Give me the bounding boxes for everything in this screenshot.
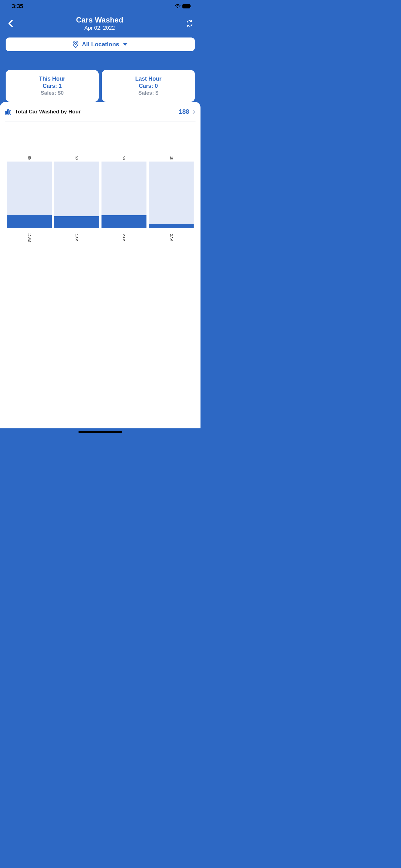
page-title: Cars Washed	[15, 16, 184, 24]
status-bar: 3:35	[0, 0, 201, 12]
chart-bar[interactable]: 59	[7, 156, 52, 228]
bar-track	[149, 161, 194, 228]
chart-panel: Total Car Washed by Hour 188 59535818 12…	[0, 102, 201, 428]
this-hour-card[interactable]: This Hour Cars: 1 Sales: $0	[6, 70, 99, 102]
svg-rect-4	[7, 110, 9, 114]
chart-bar[interactable]: 58	[101, 156, 146, 228]
bar-value-label: 18	[170, 156, 173, 160]
card-title: This Hour	[8, 75, 96, 82]
bar-track	[101, 161, 146, 228]
card-sales: Sales: $0	[8, 90, 96, 96]
bar-track	[54, 161, 99, 228]
page-date: Apr 02, 2022	[15, 25, 184, 31]
location-selector[interactable]: All Locations	[6, 37, 195, 51]
battery-icon	[182, 4, 191, 8]
svg-rect-0	[183, 4, 190, 8]
chart-total: 188	[179, 108, 189, 115]
chart-title: Total Car Washed by Hour	[15, 109, 176, 115]
chart-x-labels: 12 AM1 AM2 AM3 AM	[5, 228, 196, 243]
card-title: Last Hour	[104, 75, 192, 82]
bar-fill	[149, 224, 194, 228]
chevron-right-icon	[192, 110, 196, 114]
back-button[interactable]	[6, 19, 15, 28]
home-indicator[interactable]	[78, 431, 122, 433]
x-axis-label: 1 AM	[54, 232, 99, 243]
bar-value-label: 58	[122, 156, 126, 160]
bar-value-label: 53	[75, 156, 78, 160]
chevron-down-icon	[123, 42, 128, 46]
stat-cards-row: This Hour Cars: 1 Sales: $0 Last Hour Ca…	[0, 51, 201, 102]
refresh-button[interactable]	[184, 18, 195, 29]
svg-rect-5	[10, 110, 11, 114]
app-header: Cars Washed Apr 02, 2022	[0, 12, 201, 35]
svg-point-2	[75, 42, 76, 44]
chart-bar[interactable]: 53	[54, 156, 99, 228]
bar-fill	[101, 215, 146, 228]
x-axis-label: 2 AM	[101, 232, 146, 243]
status-right	[175, 4, 191, 8]
bar-track	[7, 161, 52, 228]
location-pin-icon	[72, 41, 79, 48]
status-time: 3:35	[12, 3, 23, 10]
bar-fill	[54, 216, 99, 228]
svg-rect-1	[191, 5, 191, 7]
bar-value-label: 59	[28, 156, 31, 160]
chart-area: 59535818	[5, 156, 196, 228]
card-cars: Cars: 0	[104, 83, 192, 89]
location-label: All Locations	[82, 41, 119, 48]
chart-header[interactable]: Total Car Washed by Hour 188	[5, 108, 196, 122]
x-axis-label: 12 AM	[7, 232, 52, 243]
x-axis-label: 3 AM	[149, 232, 194, 243]
chart-bar[interactable]: 18	[149, 156, 194, 228]
bar-fill	[7, 215, 52, 228]
last-hour-card[interactable]: Last Hour Cars: 0 Sales: $	[102, 70, 195, 102]
card-sales: Sales: $	[104, 90, 192, 96]
svg-rect-3	[5, 111, 6, 114]
wifi-icon	[175, 4, 180, 8]
card-cars: Cars: 1	[8, 83, 96, 89]
header-center: Cars Washed Apr 02, 2022	[15, 16, 184, 31]
bar-chart-icon	[5, 108, 12, 115]
